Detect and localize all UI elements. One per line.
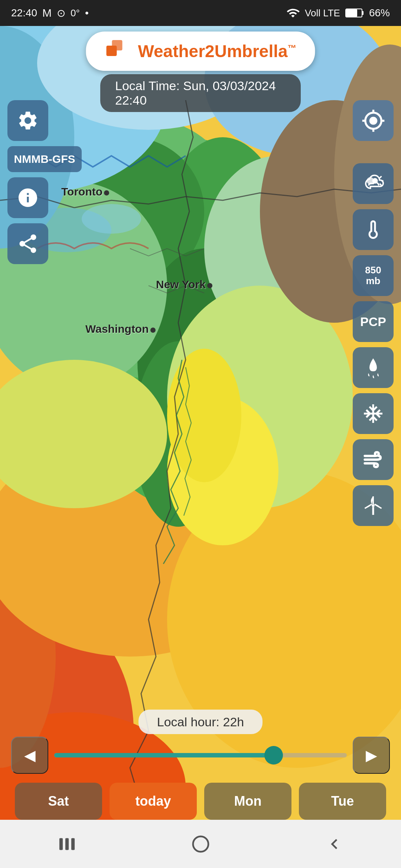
info-button[interactable] bbox=[7, 177, 48, 218]
turbine-button[interactable] bbox=[353, 485, 394, 526]
status-right: Voll LTE 66% bbox=[286, 6, 390, 20]
slider-fill bbox=[54, 753, 274, 757]
nav-recent-button[interactable] bbox=[57, 834, 77, 854]
cloud-weather-button[interactable] bbox=[353, 163, 394, 204]
svg-point-27 bbox=[167, 349, 241, 482]
app-title: Weather2Umbrella™ bbox=[138, 41, 296, 61]
svg-rect-1 bbox=[346, 9, 357, 17]
day-tue-button[interactable]: Tue bbox=[299, 783, 386, 820]
day-selector: Sat today Mon Tue bbox=[7, 783, 394, 820]
day-mon-button[interactable]: Mon bbox=[204, 783, 291, 820]
time-next-button[interactable]: ▶ bbox=[353, 737, 390, 774]
model-selector-button[interactable]: NMMB-GFS bbox=[7, 146, 82, 172]
gps-button[interactable] bbox=[353, 100, 394, 141]
svg-rect-44 bbox=[71, 838, 74, 850]
time-slider-row: ◀ ▶ bbox=[7, 737, 394, 774]
signal-bars: Voll LTE bbox=[305, 7, 340, 19]
share-button[interactable] bbox=[7, 223, 48, 264]
day-sat-button[interactable]: Sat bbox=[15, 783, 102, 820]
nav-back-button[interactable] bbox=[324, 834, 345, 854]
local-hour-label: Local hour: 22h bbox=[7, 715, 394, 729]
snow-button[interactable] bbox=[353, 393, 394, 434]
status-left: 22:40 M ⊙ 0° • bbox=[11, 7, 89, 19]
nav-home-button[interactable] bbox=[190, 834, 211, 854]
status-bar: 22:40 M ⊙ 0° • Voll LTE 66% bbox=[0, 0, 401, 26]
bottom-controls: Local hour: 22h ◀ ▶ Sat today Mon Tue bbox=[0, 715, 401, 820]
svg-rect-43 bbox=[65, 838, 68, 850]
status-time: 22:40 bbox=[11, 7, 37, 19]
svg-point-29 bbox=[82, 204, 141, 234]
left-buttons: NMMB-GFS bbox=[7, 100, 82, 264]
degree-icon: 0° bbox=[71, 7, 80, 19]
app-header: Weather2Umbrella™ bbox=[86, 32, 315, 71]
time-prev-button[interactable]: ◀ bbox=[11, 737, 48, 774]
svg-rect-2 bbox=[362, 11, 363, 15]
local-time-bar: Local Time: Sun, 03/03/2024 22:40 bbox=[100, 74, 301, 112]
right-buttons: 850 mb PCP bbox=[353, 163, 394, 526]
at-icon: ⊙ bbox=[57, 7, 65, 19]
gmail-icon: M bbox=[42, 7, 52, 19]
app-logo bbox=[104, 38, 130, 64]
dot-icon: • bbox=[85, 7, 89, 19]
city-washington: Washington bbox=[85, 323, 156, 335]
nav-bar bbox=[0, 820, 401, 868]
svg-rect-42 bbox=[59, 838, 62, 850]
battery-percent: 66% bbox=[369, 7, 390, 19]
pcp-button[interactable]: PCP bbox=[353, 301, 394, 342]
wind-button[interactable] bbox=[353, 439, 394, 480]
svg-line-36 bbox=[380, 184, 382, 185]
850mb-button[interactable]: 850 mb bbox=[353, 255, 394, 296]
temperature-button[interactable] bbox=[353, 209, 394, 250]
svg-point-37 bbox=[372, 504, 375, 507]
city-newyork: New York bbox=[156, 278, 212, 291]
battery-icon bbox=[345, 7, 364, 19]
settings-button[interactable] bbox=[7, 100, 48, 141]
rain-button[interactable] bbox=[353, 347, 394, 388]
svg-rect-31 bbox=[112, 40, 122, 50]
svg-line-34 bbox=[380, 176, 382, 178]
svg-point-45 bbox=[193, 836, 208, 851]
time-slider-track[interactable] bbox=[54, 753, 347, 757]
wifi-icon bbox=[286, 6, 300, 20]
slider-thumb[interactable] bbox=[264, 746, 283, 765]
day-today-button[interactable]: today bbox=[110, 783, 197, 820]
